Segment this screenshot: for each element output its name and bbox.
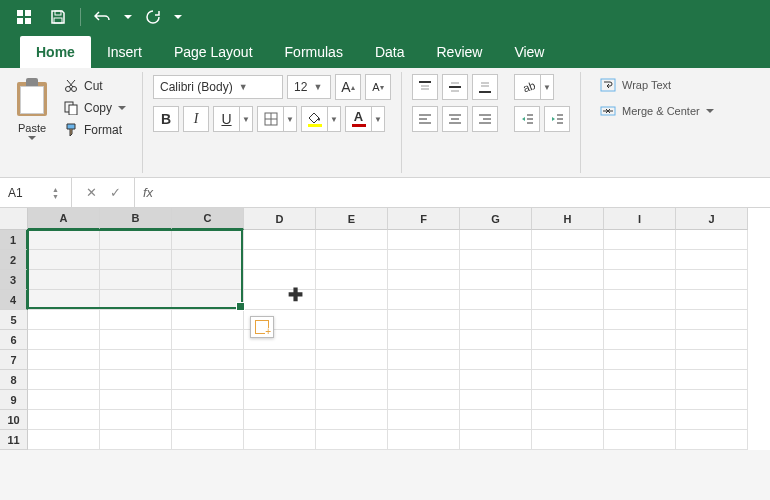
tab-view[interactable]: View [498, 36, 560, 68]
chevron-down-icon [706, 109, 714, 114]
redo-icon[interactable] [137, 3, 169, 31]
border-button[interactable]: ▼ [257, 106, 297, 132]
decrease-font-button[interactable]: A▾ [365, 74, 391, 100]
font-size-select[interactable]: 12 ▼ [287, 75, 331, 99]
column-header[interactable]: A [28, 208, 100, 230]
row-header[interactable]: 5 [0, 310, 28, 330]
align-bottom-icon [478, 80, 492, 94]
cancel-formula-button[interactable]: ✕ [80, 182, 102, 204]
name-box-value: A1 [8, 186, 23, 200]
name-box[interactable]: A1 ▲▼ [0, 178, 72, 207]
bucket-icon [301, 106, 327, 132]
chevron-down-icon[interactable]: ▼ [283, 106, 297, 132]
align-right-button[interactable] [472, 106, 498, 132]
home-icon[interactable] [8, 3, 40, 31]
align-left-icon [418, 112, 432, 126]
tab-home[interactable]: Home [20, 36, 91, 68]
format-painter-button[interactable]: Format [58, 120, 132, 140]
redo-dropdown-icon[interactable] [171, 3, 185, 31]
format-label: Format [84, 123, 122, 137]
chevron-down-icon[interactable]: ▼ [371, 106, 385, 132]
align-middle-icon [448, 80, 462, 94]
scissors-icon [64, 79, 78, 93]
fill-color-button[interactable]: ▼ [301, 106, 341, 132]
align-top-icon [418, 80, 432, 94]
row-header[interactable]: 10 [0, 410, 28, 430]
column-header[interactable]: D [244, 208, 316, 230]
border-icon [257, 106, 283, 132]
tab-page-layout[interactable]: Page Layout [158, 36, 269, 68]
undo-icon[interactable] [87, 3, 119, 31]
chevron-down-icon[interactable]: ▼ [327, 106, 341, 132]
svg-point-6 [66, 87, 71, 92]
align-center-button[interactable] [442, 106, 468, 132]
fx-label[interactable]: fx [135, 185, 161, 200]
svg-text:ab: ab [521, 80, 535, 94]
save-icon[interactable] [42, 3, 74, 31]
column-header[interactable]: E [316, 208, 388, 230]
column-header[interactable]: H [532, 208, 604, 230]
ribbon-tabs: Home Insert Page Layout Formulas Data Re… [0, 34, 770, 68]
increase-indent-button[interactable] [544, 106, 570, 132]
row-header[interactable]: 6 [0, 330, 28, 350]
column-header[interactable]: B [100, 208, 172, 230]
align-left-button[interactable] [412, 106, 438, 132]
column-header[interactable]: I [604, 208, 676, 230]
font-color-icon: A [345, 106, 371, 132]
increase-indent-icon [550, 112, 564, 126]
row-header[interactable]: 11 [0, 430, 28, 450]
row-headers: 1 2 3 4 5 6 7 8 9 10 11 [0, 208, 28, 450]
row-header[interactable]: 4 [0, 290, 28, 310]
cells-area[interactable]: ✚ [28, 230, 770, 450]
svg-rect-3 [25, 18, 31, 24]
paintbrush-icon [64, 123, 78, 137]
align-top-button[interactable] [412, 74, 438, 100]
svg-rect-9 [69, 105, 77, 115]
tab-data[interactable]: Data [359, 36, 421, 68]
wrap-text-label: Wrap Text [622, 79, 671, 91]
tab-formulas[interactable]: Formulas [269, 36, 359, 68]
orientation-button[interactable]: ab ▼ [514, 74, 554, 100]
row-header[interactable]: 1 [0, 230, 28, 250]
align-bottom-button[interactable] [472, 74, 498, 100]
column-header[interactable]: F [388, 208, 460, 230]
check-icon: ✓ [110, 185, 121, 200]
paste-button[interactable]: Paste [10, 74, 54, 171]
cut-button[interactable]: Cut [58, 76, 132, 96]
row-header[interactable]: 8 [0, 370, 28, 390]
underline-button[interactable]: U ▼ [213, 106, 253, 132]
bold-button[interactable]: B [153, 106, 179, 132]
separator [80, 8, 81, 26]
decrease-indent-icon [520, 112, 534, 126]
merge-center-button[interactable]: Merge & Center [591, 100, 723, 122]
font-size-value: 12 [294, 80, 307, 94]
row-header[interactable]: 7 [0, 350, 28, 370]
copy-button[interactable]: Copy [58, 98, 132, 118]
column-header[interactable]: G [460, 208, 532, 230]
name-box-spinner[interactable]: ▲▼ [52, 186, 59, 200]
italic-button[interactable]: I [183, 106, 209, 132]
tab-review[interactable]: Review [420, 36, 498, 68]
chevron-down-icon[interactable]: ▼ [239, 106, 253, 132]
align-right-icon [478, 112, 492, 126]
row-header[interactable]: 2 [0, 250, 28, 270]
merge-icon [600, 104, 616, 118]
select-all-corner[interactable] [0, 208, 28, 230]
align-middle-button[interactable] [442, 74, 468, 100]
svg-rect-1 [25, 10, 31, 16]
clipboard-actions: Cut Copy Format [58, 74, 132, 171]
paste-options-button[interactable] [250, 316, 274, 338]
column-header[interactable]: J [676, 208, 748, 230]
font-color-button[interactable]: A ▼ [345, 106, 385, 132]
wrap-text-button[interactable]: Wrap Text [591, 74, 723, 96]
row-header[interactable]: 9 [0, 390, 28, 410]
tab-insert[interactable]: Insert [91, 36, 158, 68]
decrease-indent-button[interactable] [514, 106, 540, 132]
font-name-select[interactable]: Calibri (Body) ▼ [153, 75, 283, 99]
column-header[interactable]: C [172, 208, 244, 230]
undo-dropdown-icon[interactable] [121, 3, 135, 31]
increase-font-button[interactable]: A▴ [335, 74, 361, 100]
chevron-down-icon[interactable]: ▼ [540, 74, 554, 100]
row-header[interactable]: 3 [0, 270, 28, 290]
enter-formula-button[interactable]: ✓ [104, 182, 126, 204]
